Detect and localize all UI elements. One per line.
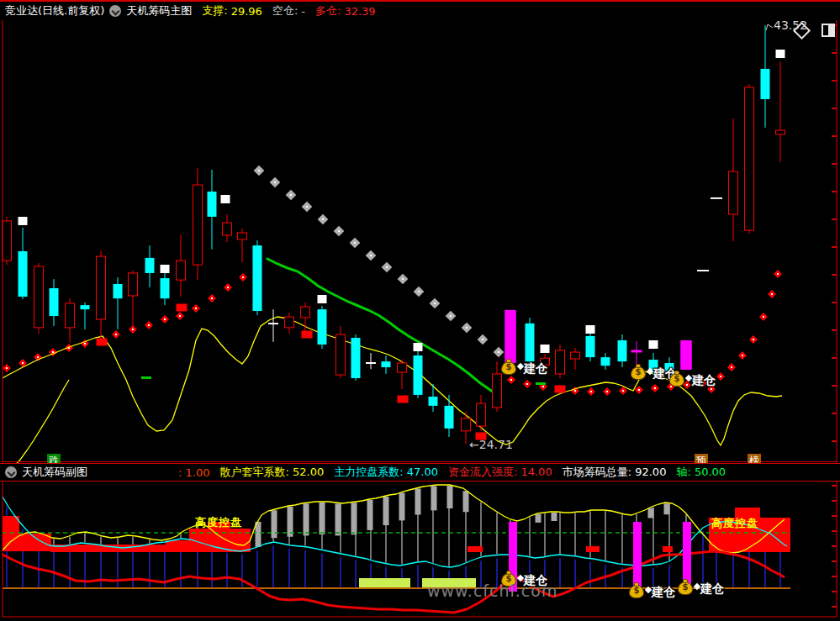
support-line-2 [13,380,69,467]
ma-line [267,259,496,394]
high-price-label: 43.52 [774,18,807,32]
candle-up [398,363,407,372]
candle-down [761,69,770,99]
total-chips: 市场筹码总量: 92.00 [563,465,667,480]
long-label: 多仓: [315,3,341,18]
candle-up [3,221,12,261]
app-window: 竞业达(日线.前复权) 天机筹码主图 支撑: 29.96 空仓: - 多仓: 3… [0,0,840,621]
signal-label: 建仓 [524,361,547,376]
candle-down [618,340,627,361]
candle-down [161,278,170,298]
retail-coef: 散户套牢系数: 52.00 [219,465,324,480]
fund-inflow: 资金流入强度: 14.00 [448,465,552,480]
sub-v0: : 1.00 [178,466,209,479]
green-dash-markers [141,376,546,385]
candle-up [193,185,203,265]
candle-up [223,223,232,235]
high-control-label-left: 高度控盘 [195,515,242,530]
sub-gray-bars [256,486,670,547]
signal-label: 建仓 [692,373,716,388]
sub-indicator-name[interactable]: 天机筹码副图 [22,465,87,480]
sub-upper-envelope [3,485,785,553]
chevron-down-icon[interactable] [109,5,121,17]
candle-down [429,397,438,406]
short-label: 空仓: [272,3,298,18]
chevron-down-icon[interactable] [5,466,17,478]
signal-jiancang: 建仓 [678,582,724,597]
short-value: - [301,5,305,18]
arrow-icon [694,583,700,590]
candle-up [34,266,44,328]
candle-up [177,261,186,280]
candle-down [50,288,59,316]
candle-down [81,305,90,309]
candle-up [462,418,471,431]
candle-up [97,256,106,319]
candle-up [336,334,346,375]
candle-down [351,338,361,378]
high-control-label-right: 高度控盘 [711,516,758,531]
watermark: www.cfchi.com [427,582,557,600]
signal-label: 建仓 [652,585,675,600]
candle-up [571,352,580,359]
candle-down [382,361,391,367]
candle-down [445,406,454,429]
candle-down [318,309,327,345]
candle-up [493,374,502,408]
main-control-coef: 主力控盘系数: 47.00 [334,465,438,480]
signal-jiancang: 建仓 [669,373,716,388]
red-block-markers [97,304,566,440]
arrow-icon [645,587,652,593]
high-annotation-hook [766,24,773,30]
price-axis-ticks [832,25,837,607]
main-chart-header: 竞业达(日线.前复权) 天机筹码主图 支撑: 29.96 空仓: - 多仓: 3… [0,0,840,20]
symbol-title: 竞业达(日线.前复权) [5,3,104,18]
chip-dots-gray [254,166,505,358]
candle-up [301,307,310,318]
money-bag-icon [631,366,646,380]
candle-down [601,357,610,366]
signal-jiancang: 建仓 [501,361,547,376]
low-price-label: ←24.71 [469,438,513,451]
candle-up [776,130,785,134]
support-label: 支撑: [202,3,227,18]
sub-warning-areas [3,508,790,552]
arrow-icon [517,363,524,370]
money-bag-icon [629,585,644,598]
long-value: 32.39 [344,5,375,18]
indicator-name[interactable]: 天机筹码主图 [126,3,192,18]
sub-chart-header: 天机筹码副图 : 1.00 散户套牢系数: 52.00 主力控盘系数: 47.0… [0,463,840,482]
signal-label: 建仓 [700,582,724,597]
candle-up [745,87,754,230]
candle-down [114,284,123,298]
candle-up [556,350,565,374]
candle-up [729,171,738,214]
candle-down [253,245,262,311]
candle-up [129,273,138,296]
money-bag-icon [669,373,684,387]
arrow-icon [647,368,653,375]
signal-jiancang: 建仓 [629,585,675,600]
panel-icon[interactable] [822,24,835,37]
money-bag-icon [501,361,516,375]
candle-down [208,192,217,217]
candle-down [586,336,595,357]
candle-up [238,233,247,239]
candle-down [145,258,155,273]
candle-up [477,403,486,426]
support-value: 29.96 [231,5,262,18]
axis-value: 轴: 50.00 [676,465,726,480]
candle-up [285,317,294,328]
candle-down [18,251,28,297]
arrow-icon [685,375,692,382]
candle-up [66,303,75,328]
money-bag-icon [678,582,693,595]
candle-down [414,355,423,395]
candle-down [526,324,535,361]
arrow-icon [517,575,524,582]
